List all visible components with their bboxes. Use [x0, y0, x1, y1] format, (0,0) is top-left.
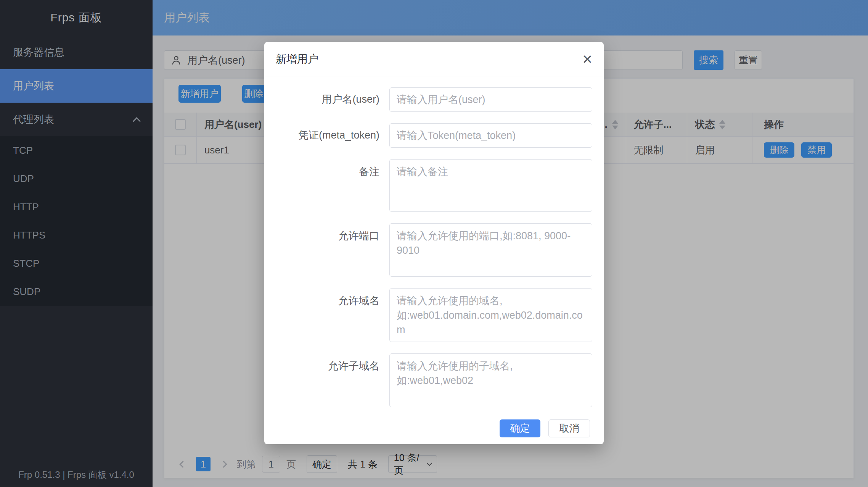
token-field[interactable] — [389, 123, 592, 148]
comment-field[interactable] — [389, 159, 592, 212]
allow-domains-label: 允许域名 — [264, 288, 379, 342]
token-label: 凭证(meta_token) — [264, 129, 379, 142]
add-user-dialog: 新增用户 × 用户名(user) 凭证(meta_token) 备注 允许端口 … — [264, 42, 604, 444]
form-row-comment: 备注 — [264, 159, 592, 212]
form-row-token: 凭证(meta_token) — [264, 123, 592, 148]
close-icon[interactable]: × — [582, 51, 592, 68]
form-row-allow-subdomains: 允许子域名 — [264, 353, 592, 407]
dialog-header: 新增用户 × — [264, 42, 604, 76]
allow-ports-field[interactable] — [389, 223, 592, 277]
allow-ports-label: 允许端口 — [264, 223, 379, 277]
allow-subdomains-field[interactable] — [389, 353, 592, 407]
dialog-title: 新增用户 — [276, 52, 318, 66]
form-row-allow-domains: 允许域名 — [264, 288, 592, 342]
form-row-username: 用户名(user) — [264, 87, 592, 112]
form-row-allow-ports: 允许端口 — [264, 223, 592, 277]
allow-domains-field[interactable] — [389, 288, 592, 342]
dialog-body: 用户名(user) 凭证(meta_token) 备注 允许端口 允许域名 允许… — [264, 76, 604, 407]
confirm-button[interactable]: 确定 — [500, 419, 540, 437]
dialog-footer: 确定 取消 — [264, 419, 604, 437]
username-field[interactable] — [389, 87, 592, 112]
username-label: 用户名(user) — [264, 93, 379, 106]
cancel-button[interactable]: 取消 — [548, 419, 590, 437]
allow-subdomains-label: 允许子域名 — [264, 353, 379, 407]
comment-label: 备注 — [264, 159, 379, 212]
app-window: Frps 面板 服务器信息 用户列表 代理列表 TCP UDP HTTP HTT… — [0, 0, 868, 487]
